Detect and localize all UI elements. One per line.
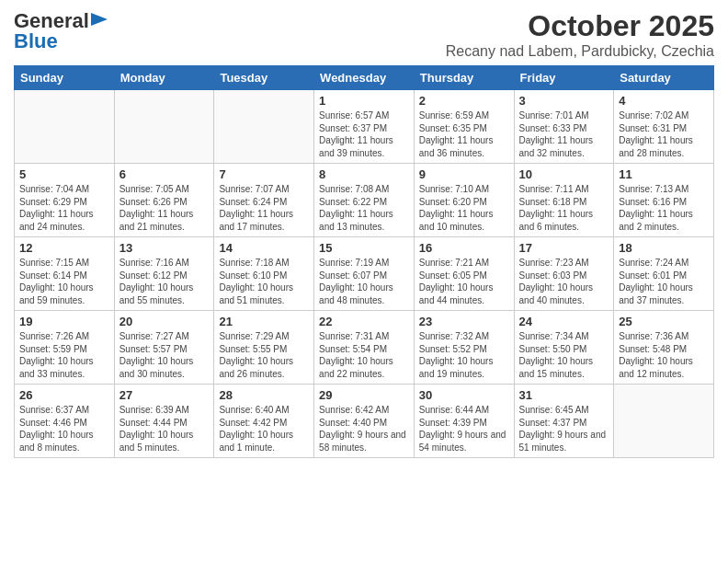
day-info: Sunrise: 7:07 AM Sunset: 6:24 PM Dayligh…	[219, 183, 309, 233]
day-info: Sunrise: 7:19 AM Sunset: 6:07 PM Dayligh…	[319, 257, 409, 306]
calendar-cell	[114, 90, 214, 164]
calendar-cell: 7Sunrise: 7:07 AM Sunset: 6:24 PM Daylig…	[214, 164, 314, 237]
day-number: 29	[319, 388, 409, 402]
calendar-cell: 30Sunrise: 6:44 AM Sunset: 4:39 PM Dayli…	[414, 385, 514, 458]
calendar-cell: 29Sunrise: 6:42 AM Sunset: 4:40 PM Dayli…	[314, 385, 415, 458]
calendar-cell	[614, 385, 714, 458]
day-number: 5	[19, 167, 109, 181]
calendar-cell: 25Sunrise: 7:36 AM Sunset: 5:48 PM Dayli…	[614, 311, 714, 385]
header-saturday: Saturday	[614, 66, 714, 90]
calendar-cell: 16Sunrise: 7:21 AM Sunset: 6:05 PM Dayli…	[414, 237, 514, 311]
header-friday: Friday	[514, 66, 614, 90]
calendar-header-row: Sunday Monday Tuesday Wednesday Thursday…	[15, 66, 714, 90]
week-row-2: 12Sunrise: 7:15 AM Sunset: 6:14 PM Dayli…	[15, 237, 714, 311]
day-number: 3	[519, 94, 609, 108]
calendar-cell: 8Sunrise: 7:08 AM Sunset: 6:22 PM Daylig…	[314, 164, 415, 237]
calendar-cell: 3Sunrise: 7:01 AM Sunset: 6:33 PM Daylig…	[514, 90, 614, 164]
logo-arrow-icon	[91, 13, 108, 26]
calendar-cell: 6Sunrise: 7:05 AM Sunset: 6:26 PM Daylig…	[114, 164, 214, 237]
day-number: 25	[619, 315, 709, 328]
svg-marker-0	[91, 13, 108, 26]
day-number: 17	[519, 241, 609, 255]
day-number: 21	[219, 315, 309, 328]
day-info: Sunrise: 6:39 AM Sunset: 4:44 PM Dayligh…	[119, 404, 210, 454]
calendar-cell: 5Sunrise: 7:04 AM Sunset: 6:29 PM Daylig…	[15, 164, 115, 237]
day-number: 12	[19, 241, 109, 255]
day-info: Sunrise: 7:01 AM Sunset: 6:33 PM Dayligh…	[519, 109, 609, 159]
logo: General Blue	[14, 9, 108, 53]
calendar-cell: 1Sunrise: 6:57 AM Sunset: 6:37 PM Daylig…	[314, 90, 415, 164]
day-info: Sunrise: 6:57 AM Sunset: 6:37 PM Dayligh…	[319, 109, 409, 159]
day-number: 13	[119, 241, 210, 255]
header: General Blue October 2025 Recany nad Lab…	[14, 9, 714, 60]
day-number: 30	[419, 388, 509, 402]
calendar-cell: 14Sunrise: 7:18 AM Sunset: 6:10 PM Dayli…	[214, 237, 314, 311]
day-number: 11	[619, 167, 709, 181]
header-wednesday: Wednesday	[314, 66, 415, 90]
day-number: 6	[119, 167, 210, 181]
day-info: Sunrise: 7:32 AM Sunset: 5:52 PM Dayligh…	[419, 330, 509, 380]
day-number: 7	[219, 167, 309, 181]
calendar-cell: 23Sunrise: 7:32 AM Sunset: 5:52 PM Dayli…	[414, 311, 514, 385]
day-info: Sunrise: 7:29 AM Sunset: 5:55 PM Dayligh…	[219, 330, 309, 380]
calendar-cell: 22Sunrise: 7:31 AM Sunset: 5:54 PM Dayli…	[314, 311, 415, 385]
day-number: 16	[419, 241, 509, 255]
calendar-cell: 12Sunrise: 7:15 AM Sunset: 6:14 PM Dayli…	[15, 237, 115, 311]
calendar-cell: 2Sunrise: 6:59 AM Sunset: 6:35 PM Daylig…	[414, 90, 514, 164]
day-number: 27	[119, 388, 210, 402]
day-number: 15	[319, 241, 409, 255]
day-info: Sunrise: 7:27 AM Sunset: 5:57 PM Dayligh…	[119, 330, 210, 380]
header-monday: Monday	[114, 66, 214, 90]
logo-blue: Blue	[14, 29, 58, 53]
calendar-cell: 10Sunrise: 7:11 AM Sunset: 6:18 PM Dayli…	[514, 164, 614, 237]
calendar-cell: 19Sunrise: 7:26 AM Sunset: 5:59 PM Dayli…	[15, 311, 115, 385]
calendar-cell: 15Sunrise: 7:19 AM Sunset: 6:07 PM Dayli…	[314, 237, 415, 311]
day-info: Sunrise: 6:42 AM Sunset: 4:40 PM Dayligh…	[319, 404, 409, 454]
day-info: Sunrise: 7:11 AM Sunset: 6:18 PM Dayligh…	[519, 183, 609, 233]
header-tuesday: Tuesday	[214, 66, 314, 90]
day-info: Sunrise: 7:15 AM Sunset: 6:14 PM Dayligh…	[19, 257, 109, 306]
day-number: 9	[419, 167, 509, 181]
day-info: Sunrise: 6:45 AM Sunset: 4:37 PM Dayligh…	[519, 404, 609, 454]
day-info: Sunrise: 7:02 AM Sunset: 6:31 PM Dayligh…	[619, 109, 709, 159]
day-info: Sunrise: 7:21 AM Sunset: 6:05 PM Dayligh…	[419, 257, 509, 306]
calendar-subtitle: Recany nad Labem, Pardubicky, Czechia	[446, 43, 714, 60]
calendar-cell	[15, 90, 115, 164]
day-info: Sunrise: 7:31 AM Sunset: 5:54 PM Dayligh…	[319, 330, 409, 380]
day-info: Sunrise: 6:44 AM Sunset: 4:39 PM Dayligh…	[419, 404, 509, 454]
week-row-4: 26Sunrise: 6:37 AM Sunset: 4:46 PM Dayli…	[15, 385, 714, 458]
day-info: Sunrise: 7:18 AM Sunset: 6:10 PM Dayligh…	[219, 257, 309, 306]
calendar-cell: 24Sunrise: 7:34 AM Sunset: 5:50 PM Dayli…	[514, 311, 614, 385]
calendar-cell: 20Sunrise: 7:27 AM Sunset: 5:57 PM Dayli…	[114, 311, 214, 385]
day-info: Sunrise: 6:40 AM Sunset: 4:42 PM Dayligh…	[219, 404, 309, 454]
day-info: Sunrise: 7:13 AM Sunset: 6:16 PM Dayligh…	[619, 183, 709, 233]
day-info: Sunrise: 7:08 AM Sunset: 6:22 PM Dayligh…	[319, 183, 409, 233]
day-info: Sunrise: 7:34 AM Sunset: 5:50 PM Dayligh…	[519, 330, 609, 380]
week-row-0: 1Sunrise: 6:57 AM Sunset: 6:37 PM Daylig…	[15, 90, 714, 164]
calendar-cell: 21Sunrise: 7:29 AM Sunset: 5:55 PM Dayli…	[214, 311, 314, 385]
day-info: Sunrise: 7:26 AM Sunset: 5:59 PM Dayligh…	[19, 330, 109, 380]
calendar-cell: 26Sunrise: 6:37 AM Sunset: 4:46 PM Dayli…	[15, 385, 115, 458]
day-number: 20	[119, 315, 210, 328]
calendar-title: October 2025	[446, 9, 714, 43]
day-number: 23	[419, 315, 509, 328]
day-info: Sunrise: 7:05 AM Sunset: 6:26 PM Dayligh…	[119, 183, 210, 233]
day-info: Sunrise: 7:16 AM Sunset: 6:12 PM Dayligh…	[119, 257, 210, 306]
calendar-cell: 17Sunrise: 7:23 AM Sunset: 6:03 PM Dayli…	[514, 237, 614, 311]
day-number: 31	[519, 388, 609, 402]
header-sunday: Sunday	[15, 66, 115, 90]
calendar-cell: 18Sunrise: 7:24 AM Sunset: 6:01 PM Dayli…	[614, 237, 714, 311]
calendar-table: Sunday Monday Tuesday Wednesday Thursday…	[14, 65, 714, 458]
week-row-3: 19Sunrise: 7:26 AM Sunset: 5:59 PM Dayli…	[15, 311, 714, 385]
day-info: Sunrise: 6:37 AM Sunset: 4:46 PM Dayligh…	[19, 404, 109, 454]
day-number: 18	[619, 241, 709, 255]
calendar-cell: 27Sunrise: 6:39 AM Sunset: 4:44 PM Dayli…	[114, 385, 214, 458]
week-row-1: 5Sunrise: 7:04 AM Sunset: 6:29 PM Daylig…	[15, 164, 714, 237]
day-info: Sunrise: 7:24 AM Sunset: 6:01 PM Dayligh…	[619, 257, 709, 306]
day-number: 10	[519, 167, 609, 181]
day-number: 2	[419, 94, 509, 108]
day-number: 1	[319, 94, 409, 108]
day-number: 28	[219, 388, 309, 402]
calendar-cell: 11Sunrise: 7:13 AM Sunset: 6:16 PM Dayli…	[614, 164, 714, 237]
day-info: Sunrise: 7:23 AM Sunset: 6:03 PM Dayligh…	[519, 257, 609, 306]
